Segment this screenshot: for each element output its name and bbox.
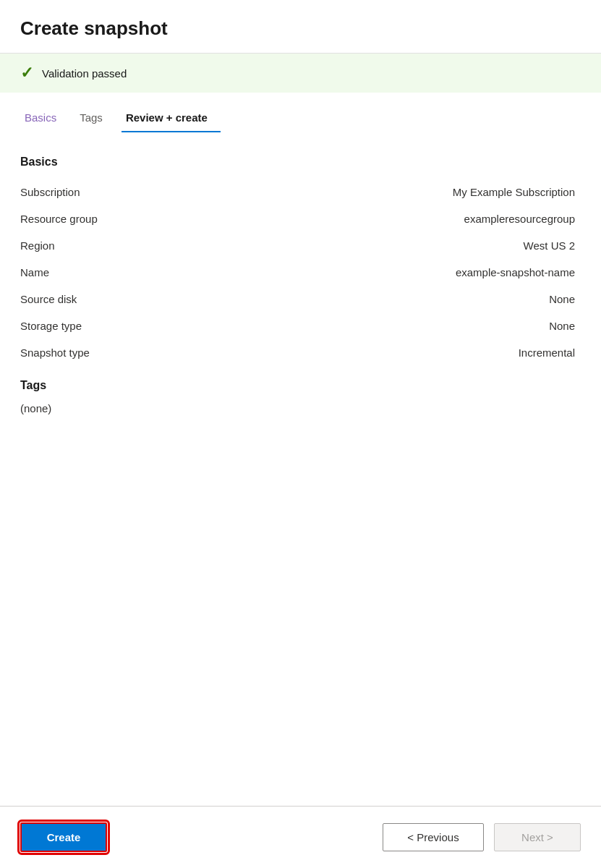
basics-section-title: Basics	[20, 156, 581, 169]
value-storage-type: None	[208, 320, 581, 332]
label-subscription: Subscription	[20, 186, 208, 198]
tab-basics[interactable]: Basics	[20, 106, 69, 132]
tab-tags[interactable]: Tags	[75, 106, 116, 132]
tags-section-title: Tags	[20, 379, 581, 392]
row-snapshot-type: Snapshot type Incremental	[20, 339, 581, 366]
row-resource-group: Resource group exampleresourcegroup	[20, 205, 581, 232]
content-area: Basics Subscription My Example Subscript…	[0, 135, 601, 806]
page-title: Create snapshot	[20, 17, 581, 40]
validation-text: Validation passed	[42, 67, 127, 80]
tab-review-create[interactable]: Review + create	[122, 106, 221, 132]
value-source-disk: None	[208, 293, 581, 305]
row-source-disk: Source disk None	[20, 286, 581, 312]
tags-none-value: (none)	[20, 402, 581, 414]
value-snapshot-type: Incremental	[208, 346, 581, 359]
previous-button[interactable]: < Previous	[383, 823, 484, 851]
row-storage-type: Storage type None	[20, 312, 581, 339]
value-subscription: My Example Subscription	[208, 186, 581, 198]
row-region: Region West US 2	[20, 232, 581, 259]
value-resource-group: exampleresourcegroup	[208, 213, 581, 225]
footer-actions: Create < Previous Next >	[0, 807, 601, 868]
check-icon: ✓	[20, 64, 33, 82]
row-subscription: Subscription My Example Subscription	[20, 179, 581, 205]
label-name: Name	[20, 266, 208, 278]
create-button[interactable]: Create	[20, 822, 107, 852]
tags-section: Tags (none)	[20, 379, 581, 414]
label-source-disk: Source disk	[20, 293, 208, 305]
validation-banner: ✓ Validation passed	[0, 54, 601, 93]
next-button: Next >	[494, 823, 581, 851]
page-container: Create snapshot ✓ Validation passed Basi…	[0, 0, 601, 868]
tabs-container: Basics Tags Review + create	[0, 93, 601, 132]
value-region: West US 2	[208, 239, 581, 252]
row-name: Name example-snapshot-name	[20, 259, 581, 286]
value-name: example-snapshot-name	[208, 266, 581, 278]
label-snapshot-type: Snapshot type	[20, 346, 208, 359]
label-resource-group: Resource group	[20, 213, 208, 225]
label-region: Region	[20, 239, 208, 252]
label-storage-type: Storage type	[20, 320, 208, 332]
page-header: Create snapshot	[0, 0, 601, 54]
